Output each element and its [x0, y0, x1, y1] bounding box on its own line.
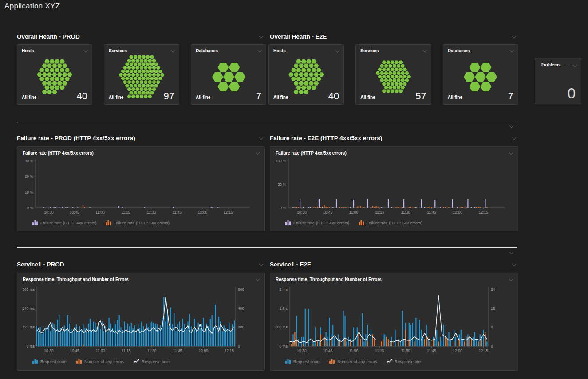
- chart-legend: Request countNumber of any errorsRespons…: [285, 359, 422, 364]
- legend-label: Failure rate (HTTP 5xx errors): [114, 220, 170, 225]
- legend-item[interactable]: Failure rate (HTTP 5xx errors): [359, 220, 423, 225]
- svg-text:11:15: 11:15: [375, 210, 384, 215]
- svg-text:11:15: 11:15: [121, 210, 130, 215]
- svg-text:400: 400: [238, 306, 244, 311]
- chevron-down-icon[interactable]: [512, 136, 517, 140]
- chart-title: Failure rate (HTTP 4xx/5xx errors): [23, 151, 94, 156]
- legend-item[interactable]: Number of any errors: [329, 359, 377, 364]
- chevron-down-icon[interactable]: [83, 48, 88, 53]
- svg-text:50 %: 50 %: [278, 182, 287, 187]
- chart-legend: Failure rate (HTTP 4xx errors)Failure ra…: [32, 220, 170, 225]
- section-header-service-prod: Service1 - PROD: [17, 260, 264, 268]
- service-e2e-chart[interactable]: 0 ms800 ms1.6 s2.4 s08162410:3010:4511:0…: [271, 285, 517, 353]
- svg-text:11:15: 11:15: [122, 348, 131, 353]
- legend-item[interactable]: Request count: [285, 359, 320, 364]
- svg-text:11:00: 11:00: [349, 210, 359, 215]
- dashboard-title: Application XYZ: [4, 2, 60, 11]
- legend-item[interactable]: Response time: [133, 359, 170, 364]
- section-title: Failure rate - PROD (HTTP 4xx/5xx errors…: [17, 135, 135, 141]
- section-header-health-prod: Overall Health - PROD: [17, 32, 264, 40]
- failure-rate-e2e-chart[interactable]: 0 %50 %100 %10:3010:4511:0011:1511:3011:…: [271, 156, 517, 215]
- section-header-failure-e2e: Failure rate - E2E (HTTP 4xx/5xx errors): [270, 134, 517, 142]
- section-title: Service1 - PROD: [17, 261, 64, 268]
- chevron-down-icon[interactable]: [572, 63, 577, 67]
- chevron-down-icon[interactable]: [259, 262, 264, 266]
- health-tiles-prod: Hosts All fine40 Services All fine97 Dat…: [17, 44, 266, 105]
- chevron-down-icon[interactable]: [170, 48, 175, 53]
- tile-title: Problems: [541, 63, 561, 67]
- svg-text:0 ms: 0 ms: [280, 344, 288, 348]
- svg-text:0 %: 0 %: [27, 206, 33, 210]
- svg-text:11:30: 11:30: [147, 348, 157, 353]
- legend-label: Response time: [395, 359, 422, 364]
- chevron-down-icon[interactable]: [509, 124, 514, 128]
- honeycomb-chart[interactable]: [17, 53, 92, 101]
- legend-label: Request count: [293, 359, 320, 364]
- chevron-down-icon[interactable]: [422, 48, 427, 53]
- svg-text:20 %: 20 %: [25, 174, 34, 179]
- svg-text:10:30: 10:30: [297, 348, 307, 353]
- chevron-down-icon[interactable]: [509, 151, 513, 155]
- chart-tile-service-prod: Response time, Throughput and Number of …: [17, 273, 265, 371]
- svg-text:24: 24: [491, 287, 495, 292]
- chevron-down-icon[interactable]: [509, 250, 514, 254]
- legend-label: Failure rate (HTTP 5xx errors): [367, 220, 423, 225]
- legend-item[interactable]: Failure rate (HTTP 5xx errors): [106, 220, 170, 225]
- section-title: Service1 - E2E: [270, 261, 311, 268]
- health-tile-hosts-e2e[interactable]: Hosts All fine40: [268, 44, 344, 105]
- chevron-down-icon[interactable]: [259, 136, 264, 140]
- chevron-down-icon[interactable]: [257, 48, 262, 53]
- service-prod-chart[interactable]: 0 ms120 ms240 ms360 ms020040060010:3010:…: [18, 285, 264, 353]
- legend-item[interactable]: Failure rate (HTTP 4xx errors): [285, 220, 350, 225]
- chart-tile-failure-prod: Failure rate (HTTP 4xx/5xx errors) 0 %10…: [17, 146, 265, 231]
- section-title: Failure rate - E2E (HTTP 4xx/5xx errors): [270, 135, 382, 141]
- chevron-down-icon[interactable]: [512, 34, 517, 39]
- svg-text:2.4 s: 2.4 s: [280, 287, 288, 292]
- health-tiles-e2e: Hosts All fine40 Services All fine57 Dat…: [268, 44, 518, 105]
- svg-text:16: 16: [491, 306, 495, 311]
- legend-item[interactable]: Number of any errors: [76, 359, 124, 364]
- health-tile-databases-prod[interactable]: Databases All fine7: [191, 44, 266, 105]
- svg-text:600: 600: [238, 287, 244, 292]
- svg-text:11:15: 11:15: [375, 348, 384, 353]
- legend-item[interactable]: Response time: [386, 359, 422, 364]
- health-tile-databases-e2e[interactable]: Databases All fine7: [443, 44, 518, 105]
- svg-text:10:45: 10:45: [323, 348, 333, 353]
- chevron-down-icon[interactable]: [255, 277, 260, 281]
- svg-text:11:45: 11:45: [173, 348, 182, 353]
- svg-text:11:45: 11:45: [427, 348, 436, 353]
- health-tile-services-e2e[interactable]: Services All fine57: [355, 44, 431, 105]
- svg-text:12:15: 12:15: [224, 210, 233, 215]
- honeycomb-chart[interactable]: [356, 53, 430, 101]
- chevron-down-icon[interactable]: [509, 277, 513, 281]
- health-tile-hosts-prod[interactable]: Hosts All fine40: [17, 44, 92, 105]
- svg-text:12:15: 12:15: [225, 348, 234, 353]
- problems-tile[interactable]: Problems 0: [535, 58, 581, 104]
- problems-trend-line: [565, 65, 570, 65]
- honeycomb-chart[interactable]: [443, 53, 518, 101]
- svg-text:10:30: 10:30: [44, 210, 54, 215]
- svg-text:12:15: 12:15: [479, 210, 489, 215]
- chevron-down-icon[interactable]: [255, 151, 260, 155]
- legend-label: Failure rate (HTTP 4xx errors): [40, 220, 97, 225]
- chevron-down-icon[interactable]: [259, 34, 264, 39]
- legend-item[interactable]: Failure rate (HTTP 4xx errors): [32, 220, 97, 225]
- honeycomb-chart[interactable]: [269, 53, 343, 101]
- honeycomb-chart[interactable]: [104, 53, 179, 101]
- chevron-down-icon[interactable]: [512, 262, 517, 266]
- section-header-failure-prod: Failure rate - PROD (HTTP 4xx/5xx errors…: [17, 134, 264, 142]
- health-tile-services-prod[interactable]: Services All fine97: [104, 44, 179, 105]
- chevron-down-icon[interactable]: [509, 48, 514, 53]
- svg-text:10:45: 10:45: [70, 348, 79, 353]
- section-header-service-e2e: Service1 - E2E: [270, 260, 517, 268]
- chevron-down-icon[interactable]: [335, 48, 340, 53]
- chart-title: Failure rate (HTTP 4xx/5xx errors): [276, 151, 347, 156]
- section-title: Overall Health - E2E: [270, 33, 327, 40]
- problems-count: 0: [568, 85, 576, 102]
- honeycomb-chart[interactable]: [191, 53, 266, 101]
- section-divider: [17, 247, 517, 248]
- legend-item[interactable]: Request count: [32, 359, 67, 364]
- failure-rate-prod-chart[interactable]: 0 %10 %20 %30 %10:3010:4511:0011:1511:30…: [18, 156, 264, 215]
- svg-text:30 %: 30 %: [25, 159, 34, 163]
- svg-text:0 %: 0 %: [280, 206, 286, 210]
